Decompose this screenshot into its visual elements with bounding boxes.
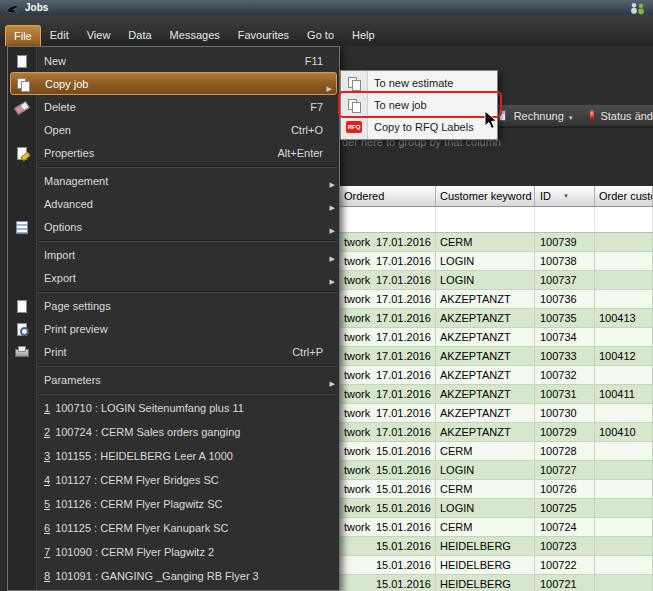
table-row[interactable]: 15.01.2016HEIDELBERG100723 <box>340 537 653 556</box>
cell-prefix-fragment: twork <box>344 293 370 308</box>
menu-item-label: Export <box>44 272 76 284</box>
cell-id: 100737 <box>535 271 595 290</box>
menu-item-100724-cerm-sales-orders-ganging[interactable]: 2100724 : CERM Sales orders ganging <box>8 420 339 444</box>
table-row[interactable]: 15.01.2016HEIDELBERG100721 <box>340 575 653 591</box>
table-row[interactable]: twork17.01.2016AKZEPTANZT100734 <box>340 328 653 347</box>
column-header-id[interactable]: ID <box>535 186 595 206</box>
cell-id: 100734 <box>535 328 595 347</box>
menu-item-101125-cerm-flyer-kanupark-sc[interactable]: 6101125 : CERM Flyer Kanupark SC <box>8 516 339 540</box>
filter-cell[interactable] <box>595 207 653 232</box>
menu-item-label: 101127 : CERM Flyer Bridges SC <box>55 474 219 486</box>
cell-order-customer <box>595 366 653 385</box>
menu-item-100710-login-seitenumfang-plus-11[interactable]: 1100710 : LOGIN Seitenumfang plus 11 <box>8 396 339 420</box>
table-row[interactable]: twork17.01.2016AKZEPTANZT100732 <box>340 366 653 385</box>
column-header-order-custo[interactable]: Order custo <box>595 186 653 206</box>
menubar-item-file[interactable]: File <box>5 25 41 46</box>
users-icon[interactable] <box>628 1 648 14</box>
cell-customer-keyword: AKZEPTANZT <box>436 328 535 347</box>
menu-item-101091-ganging-ganging-rb-flyer-3[interactable]: 8101091 : GANGING _Ganging RB Flyer 3 <box>8 564 339 588</box>
table-row[interactable]: twork17.01.2016AKZEPTANZT100735100413 <box>340 309 653 328</box>
menu-item-copy-job[interactable]: Copy job <box>10 72 337 95</box>
menubar-item-view[interactable]: View <box>78 24 120 46</box>
menubar-item-edit[interactable]: Edit <box>41 24 78 46</box>
menu-item-label: New <box>44 55 66 67</box>
menu-item-open[interactable]: OpenCtrl+O <box>8 118 339 141</box>
table-row[interactable]: twork17.01.2016LOGIN100738 <box>340 252 653 271</box>
column-header-ordered[interactable]: Ordered <box>340 186 436 206</box>
table-row[interactable]: twork17.01.2016CERM100739 <box>340 233 653 252</box>
submenu-item-copy-to-rfq-labels[interactable]: RFQCopy to RFQ Labels <box>341 116 497 138</box>
cell-customer-keyword: AKZEPTANZT <box>436 423 535 442</box>
window-title: Jobs <box>25 2 48 13</box>
cell-prefix-fragment: twork <box>344 502 370 517</box>
cell-prefix-fragment: twork <box>344 350 370 365</box>
menu-item-label: Print preview <box>44 323 108 335</box>
cell-ordered: twork17.01.2016 <box>340 290 436 309</box>
cell-order-customer <box>595 537 653 556</box>
filter-cell[interactable] <box>436 207 535 232</box>
status-button[interactable]: Status änd <box>600 110 653 122</box>
menu-item-101126-cerm-flyer-plagwitz-sc[interactable]: 5101126 : CERM Flyer Plagwitz SC <box>8 492 339 516</box>
cell-ordered-date: 17.01.2016 <box>376 236 431 251</box>
menu-item-label: Management <box>44 175 108 187</box>
cell-ordered-date: 15.01.2016 <box>376 464 431 479</box>
menubar-item-messages[interactable]: Messages <box>161 24 229 46</box>
filter-cell[interactable] <box>535 207 595 232</box>
table-row[interactable]: twork17.01.2016AKZEPTANZT100729100410 <box>340 423 653 442</box>
submenu-arrow-icon <box>330 223 335 235</box>
table-row[interactable]: twork15.01.2016CERM100728 <box>340 442 653 461</box>
cell-id: 100726 <box>535 480 595 499</box>
cell-customer-keyword: LOGIN <box>436 252 535 271</box>
column-header-customer-keyword[interactable]: Customer keyword <box>436 186 535 206</box>
dropdown-arrow-icon <box>568 110 574 122</box>
menubar-item-data[interactable]: Data <box>119 24 160 46</box>
menu-item-options[interactable]: Options <box>8 215 339 238</box>
cell-order-customer <box>595 252 653 271</box>
table-row[interactable]: twork15.01.2016LOGIN100725 <box>340 499 653 518</box>
menu-item-management[interactable]: Management <box>8 169 339 192</box>
menu-item-101090-cerm-flyer-plagwitz-2[interactable]: 7101090 : CERM Flyer Plagwitz 2 <box>8 540 339 564</box>
cell-order-customer <box>595 499 653 518</box>
table-row[interactable]: 15.01.2016HEIDELBERG100722 <box>340 556 653 575</box>
submenu-item-to-new-estimate[interactable]: To new estimate <box>341 72 497 94</box>
table-row[interactable]: twork17.01.2016LOGIN100737 <box>340 271 653 290</box>
cell-ordered-date: 15.01.2016 <box>376 483 431 498</box>
rechnung-button-label: Rechnung <box>514 110 564 122</box>
menubar-item-favourites[interactable]: Favourites <box>229 24 298 46</box>
submenu-item-to-new-job[interactable]: To new job <box>341 94 497 116</box>
table-row[interactable]: twork15.01.2016LOGIN100727 <box>340 461 653 480</box>
cell-customer-keyword: LOGIN <box>436 499 535 518</box>
table-row[interactable]: twork17.01.2016AKZEPTANZT100733100412 <box>340 347 653 366</box>
table-row[interactable]: twork17.01.2016AKZEPTANZT100730 <box>340 404 653 423</box>
cell-ordered-date: 17.01.2016 <box>376 388 431 403</box>
menu-item-print[interactable]: PrintCtrl+P <box>8 340 339 363</box>
menu-item-101155-heidelberg-leer-a-1000[interactable]: 3101155 : HEIDELBERG Leer A 1000 <box>8 444 339 468</box>
menubar-item-help[interactable]: Help <box>343 24 384 46</box>
menu-item-101127-cerm-flyer-bridges-sc[interactable]: 4101127 : CERM Flyer Bridges SC <box>8 468 339 492</box>
table-row[interactable]: twork15.01.2016CERM100726 <box>340 480 653 499</box>
filter-cell[interactable] <box>340 207 436 232</box>
cell-prefix-fragment: twork <box>344 483 370 498</box>
filter-arrow-icon[interactable] <box>563 190 569 202</box>
menubar-item-go-to[interactable]: Go to <box>298 24 343 46</box>
menu-item-print-preview[interactable]: Print preview <box>8 317 339 340</box>
menu-item-parameters[interactable]: Parameters <box>8 368 339 391</box>
table-row[interactable]: twork17.01.2016AKZEPTANZT100731100411 <box>340 385 653 404</box>
menu-item-properties[interactable]: PropertiesAlt+Enter <box>8 141 339 164</box>
menu-item-import[interactable]: Import <box>8 243 339 266</box>
cell-customer-keyword: LOGIN <box>436 271 535 290</box>
menu-item-delete[interactable]: DeleteF7 <box>8 95 339 118</box>
menu-item-label: Open <box>44 124 71 136</box>
eraser-icon <box>14 100 30 114</box>
table-row[interactable]: twork17.01.2016AKZEPTANZT100736 <box>340 290 653 309</box>
rechnung-button[interactable]: Rechnung <box>510 108 578 124</box>
menu-item-advanced[interactable]: Advanced <box>8 192 339 215</box>
print-preview-icon <box>14 322 30 336</box>
cell-ordered-date: 15.01.2016 <box>376 578 431 591</box>
menu-item-export[interactable]: Export <box>8 266 339 289</box>
menu-item-page-settings[interactable]: Page settings <box>8 294 339 317</box>
table-row[interactable]: twork15.01.2016CERM100724 <box>340 518 653 537</box>
new-document-icon <box>14 54 30 68</box>
submenu-arrow-icon <box>330 376 335 388</box>
menu-item-new[interactable]: NewF11 <box>8 49 339 72</box>
